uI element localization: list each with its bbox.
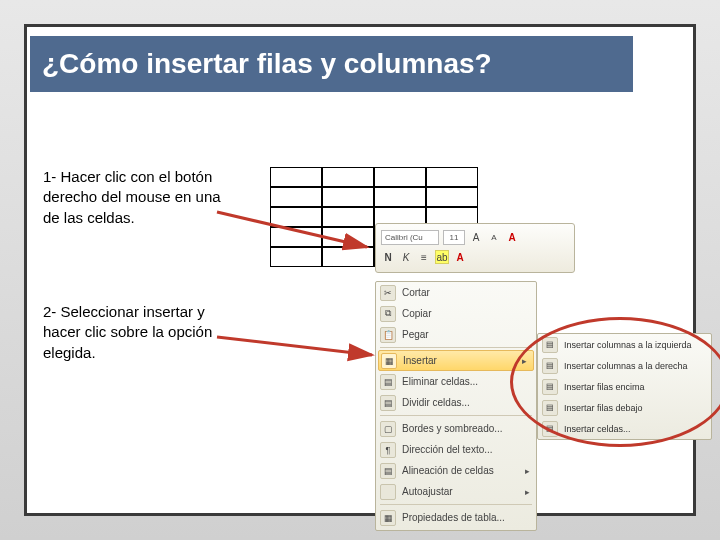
shrink-font-button[interactable]: A <box>487 230 501 244</box>
title-bar: ¿Cómo insertar filas y columnas? <box>30 36 633 92</box>
step-2-text: 2- Seleccionar insertar y hacer clic sob… <box>43 302 228 363</box>
paste-icon: 📋 <box>380 327 396 343</box>
text-direction-icon: ¶ <box>380 442 396 458</box>
grid-icon: ▤ <box>380 395 396 411</box>
grid-icon: ▤ <box>380 374 396 390</box>
table-icon: ▦ <box>381 353 397 369</box>
separator <box>380 347 532 348</box>
chevron-right-icon: ▸ <box>525 487 530 497</box>
bold-button[interactable]: N <box>381 250 395 264</box>
scissors-icon: ✂ <box>380 285 396 301</box>
step-1-text: 1- Hacer clic con el botón derecho del m… <box>43 167 228 228</box>
ctx-cut[interactable]: ✂ Cortar <box>376 282 536 303</box>
autofit-icon <box>380 484 396 500</box>
ctx-paste[interactable]: 📋 Pegar <box>376 324 536 345</box>
ctx-cell-align[interactable]: ▤ Alineación de celdas ▸ <box>376 460 536 481</box>
align-icon: ▤ <box>380 463 396 479</box>
copy-icon: ⧉ <box>380 306 396 322</box>
ctx-borders[interactable]: ▢ Bordes y sombreado... <box>376 418 536 439</box>
chevron-right-icon: ▸ <box>525 466 530 476</box>
font-family-box[interactable]: Calibri (Cu <box>381 230 439 245</box>
grow-font-button[interactable]: A <box>469 230 483 244</box>
align-button[interactable]: ≡ <box>417 250 431 264</box>
embedded-screenshot: Calibri (Cu 11 A A A N K ≡ ab A ✂ Cortar… <box>270 147 690 507</box>
mini-toolbar[interactable]: Calibri (Cu 11 A A A N K ≡ ab A <box>375 223 575 273</box>
font-color-button[interactable]: A <box>505 230 519 244</box>
ctx-autofit[interactable]: Autoajustar ▸ <box>376 481 536 502</box>
border-icon: ▢ <box>380 421 396 437</box>
slide-title: ¿Cómo insertar filas y columnas? <box>42 48 492 80</box>
separator <box>380 504 532 505</box>
slide-frame: ¿Cómo insertar filas y columnas? 1- Hace… <box>24 24 696 516</box>
ctx-insert[interactable]: ▦ Insertar ▸ <box>378 350 534 371</box>
context-menu: ✂ Cortar ⧉ Copiar 📋 Pegar ▦ Insertar ▸ ▤… <box>375 281 537 531</box>
font-size-box[interactable]: 11 <box>443 230 465 245</box>
table-icon: ▦ <box>380 510 396 526</box>
ctx-table-props[interactable]: ▦ Propiedades de tabla... <box>376 507 536 528</box>
font-color-button-2[interactable]: A <box>453 250 467 264</box>
highlight-button[interactable]: ab <box>435 250 449 264</box>
italic-button[interactable]: K <box>399 250 413 264</box>
highlight-oval <box>510 317 720 447</box>
ctx-copy[interactable]: ⧉ Copiar <box>376 303 536 324</box>
ctx-text-direction[interactable]: ¶ Dirección del texto... <box>376 439 536 460</box>
separator <box>380 415 532 416</box>
